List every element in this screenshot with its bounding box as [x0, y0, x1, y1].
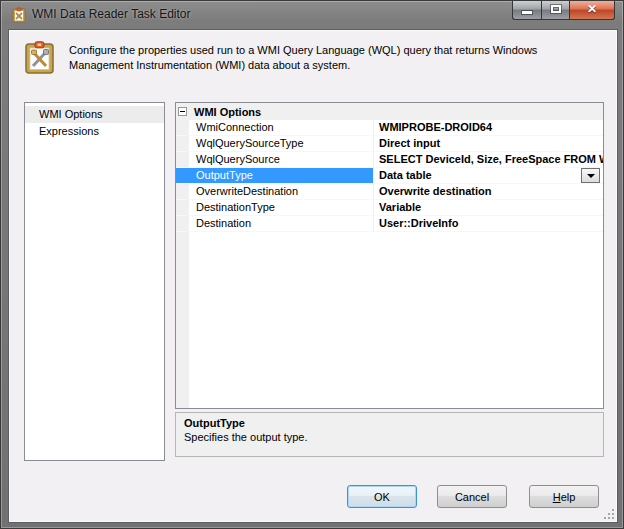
- dialog-client-area: Configure the properties used run to a W…: [8, 29, 618, 523]
- minimize-button[interactable]: [512, 1, 541, 20]
- sidebar-item-wmi-options[interactable]: WMI Options: [25, 106, 164, 123]
- property-name[interactable]: Destination: [176, 216, 373, 231]
- property-grid[interactable]: WMI Options WmiConnection WMIPROBE-DROID…: [175, 102, 604, 409]
- sidebar-item-expressions[interactable]: Expressions: [25, 123, 164, 140]
- property-value[interactable]: SELECT DeviceId, Size, FreeSpace FROM Wi…: [373, 152, 603, 167]
- property-name[interactable]: WmiConnection: [176, 120, 373, 135]
- property-value[interactable]: Direct input: [373, 136, 603, 151]
- task-clipboard-icon: [25, 41, 55, 75]
- dialog-window: WMI Data Reader Task Editor ✕ Configure …: [0, 0, 624, 529]
- property-value[interactable]: Overwrite destination: [373, 184, 603, 199]
- caption-buttons: ✕: [512, 1, 615, 20]
- cancel-button[interactable]: Cancel: [437, 485, 507, 508]
- minimize-icon: [522, 11, 532, 14]
- property-name[interactable]: OutputType: [176, 168, 373, 183]
- property-value[interactable]: Data table: [373, 168, 603, 183]
- property-row-wqlquerysource[interactable]: WqlQuerySource SELECT DeviceId, Size, Fr…: [176, 152, 603, 168]
- property-description-text: Specifies the output type.: [184, 431, 595, 443]
- title-bar[interactable]: WMI Data Reader Task Editor ✕: [1, 1, 623, 29]
- close-button[interactable]: ✕: [570, 1, 615, 20]
- property-name[interactable]: WqlQuerySourceType: [176, 136, 373, 151]
- property-name[interactable]: DestinationType: [176, 200, 373, 215]
- property-row-wmiconnection[interactable]: WmiConnection WMIPROBE-DROID64: [176, 120, 603, 136]
- property-value[interactable]: Variable: [373, 200, 603, 215]
- property-name[interactable]: WqlQuerySource: [176, 152, 373, 167]
- ok-button[interactable]: OK: [347, 485, 417, 508]
- property-row-outputtype[interactable]: OutputType Data table: [176, 168, 603, 184]
- close-icon: ✕: [570, 2, 614, 16]
- property-row-overwritedestination[interactable]: OverwriteDestination Overwrite destinati…: [176, 184, 603, 200]
- property-description-title: OutputType: [184, 417, 595, 429]
- wmi-task-icon: [11, 7, 27, 23]
- property-row-destinationtype[interactable]: DestinationType Variable: [176, 200, 603, 216]
- property-row-destination[interactable]: Destination User::DriveInfo: [176, 216, 603, 232]
- category-row-wmi-options[interactable]: WMI Options: [176, 103, 603, 120]
- category-label: WMI Options: [194, 106, 261, 118]
- property-grid-rows: WmiConnection WMIPROBE-DROID64 WqlQueryS…: [176, 120, 603, 232]
- resize-grip[interactable]: [603, 508, 615, 520]
- pages-list: WMI Options Expressions: [24, 102, 165, 461]
- property-description-panel: OutputType Specifies the output type.: [175, 412, 604, 457]
- chevron-down-icon: [587, 174, 595, 178]
- help-button[interactable]: Help: [529, 485, 599, 508]
- window-title: WMI Data Reader Task Editor: [32, 1, 191, 28]
- property-value[interactable]: User::DriveInfo: [373, 216, 603, 231]
- maximize-icon: [551, 5, 561, 13]
- collapse-icon[interactable]: [178, 107, 187, 116]
- property-row-wqlquerysourcetype[interactable]: WqlQuerySourceType Direct input: [176, 136, 603, 152]
- property-value[interactable]: WMIPROBE-DROID64: [373, 120, 603, 135]
- maximize-button[interactable]: [541, 1, 570, 20]
- property-name[interactable]: OverwriteDestination: [176, 184, 373, 199]
- dropdown-button[interactable]: [581, 168, 600, 183]
- dialog-description: Configure the properties used run to a W…: [69, 43, 581, 73]
